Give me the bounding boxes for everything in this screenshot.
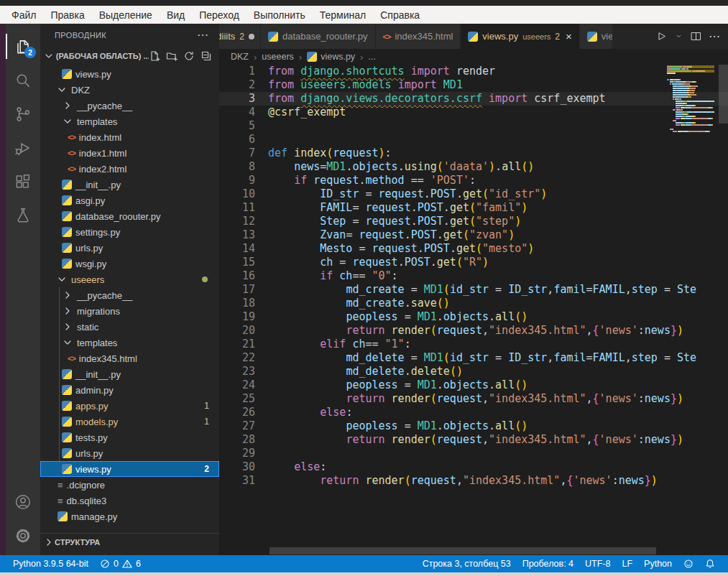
source-control-icon[interactable] xyxy=(6,97,40,131)
tree-item-dcignore[interactable]: ≡.dcignore xyxy=(40,477,219,493)
menu-[interactable]: Терминал xyxy=(313,9,373,21)
run-debug-icon[interactable] xyxy=(6,131,40,164)
tree-item-wsgi-py[interactable]: wsgi.py xyxy=(40,256,219,271)
code-line-11[interactable]: 11 FAMIL= request.POST.get("famil") xyxy=(219,201,728,215)
code-line-21[interactable]: 21 elif ch== "1": xyxy=(219,338,728,351)
code-line-29[interactable]: 29 xyxy=(219,447,728,460)
tree-item-pycache[interactable]: __pycache__ xyxy=(40,287,219,303)
tree-item-index345-html[interactable]: <>index345.html xyxy=(40,350,219,366)
code-line-22[interactable]: 22 md_delete = MD1(id_str = ID_str,famil… xyxy=(219,351,728,365)
code-line-25[interactable]: 25 return render(request,"index345.html"… xyxy=(219,392,728,406)
menu-[interactable]: Правка xyxy=(43,9,91,21)
settings-gear-icon[interactable] xyxy=(6,519,40,552)
tree-item-useeers[interactable]: useeers xyxy=(40,271,219,287)
tree-item-static[interactable]: static xyxy=(40,319,219,335)
menu-[interactable]: Вид xyxy=(160,9,192,21)
code-line-8[interactable]: 8 news=MD1.objects.using('daata').all() xyxy=(219,160,728,174)
run-dropdown-icon[interactable] xyxy=(674,30,683,42)
account-icon[interactable] xyxy=(6,485,40,519)
eol-status[interactable]: LF xyxy=(616,559,638,569)
tree-item-settings-py[interactable]: settings.py xyxy=(40,224,219,240)
breadcrumb-item-useeers[interactable]: useeers xyxy=(262,52,293,62)
feedback-button[interactable] xyxy=(678,559,699,569)
more-actions-icon[interactable]: ⋯ xyxy=(197,32,209,39)
notifications-button[interactable] xyxy=(699,559,721,569)
breadcrumb-item-views-py[interactable]: views.py xyxy=(307,52,355,62)
code-line-16[interactable]: 16 if ch== "0": xyxy=(219,269,728,283)
tree-item-init-py[interactable]: __init__.py xyxy=(40,366,219,382)
code-line-5[interactable]: 5 xyxy=(219,119,728,133)
tab-index345-html[interactable]: <>index345.html xyxy=(376,24,461,49)
tree-item-db-sqlite3[interactable]: ≡db.sqlite3 xyxy=(40,493,219,508)
minimap[interactable] xyxy=(667,66,719,133)
python-interpreter-status[interactable]: Python 3.9.5 64-bit xyxy=(7,559,94,569)
menu-[interactable]: Выполнить xyxy=(246,9,313,21)
code-line-2[interactable]: 2from useeers.models import MD1 xyxy=(219,78,728,92)
close-icon[interactable]: × xyxy=(566,30,572,42)
tree-item-admin-py[interactable]: admin.py xyxy=(40,382,219,398)
tree-item-manage-py[interactable]: manage.py xyxy=(40,508,219,524)
code-line-20[interactable]: 20 return render(request,"index345.html"… xyxy=(219,324,728,338)
more-actions-icon[interactable]: ⋯ xyxy=(709,29,721,43)
code-line-18[interactable]: 18 md_create.save() xyxy=(219,297,728,310)
tree-item-models-py[interactable]: models.py1 xyxy=(40,414,219,429)
menu-[interactable]: Справка xyxy=(373,9,427,21)
code-line-7[interactable]: 7def index(request): xyxy=(219,147,728,160)
tree-item-views-py[interactable]: views.py xyxy=(40,66,219,82)
code-line-1[interactable]: 1from django.shortcuts import render xyxy=(219,65,728,78)
tab-vie[interactable]: vie xyxy=(580,24,613,49)
tree-item-migrations[interactable]: migrations xyxy=(40,303,219,319)
menu-[interactable]: Файл xyxy=(4,9,43,21)
tree-item-tests-py[interactable]: tests.py xyxy=(40,429,219,445)
search-icon[interactable] xyxy=(6,63,40,97)
breadcrumb-item-dkz[interactable]: DKZ xyxy=(231,52,249,62)
outline-section-header[interactable]: СТРУКТУРА xyxy=(40,533,219,551)
code-line-27[interactable]: 27 peopless = MD1.objects.all() xyxy=(219,419,728,433)
tree-item-urls-py[interactable]: urls.py xyxy=(40,240,219,256)
code-line-9[interactable]: 9 if request.method == 'POST': xyxy=(219,174,728,187)
split-editor-button[interactable] xyxy=(690,30,702,42)
menu-[interactable]: Переход xyxy=(192,9,246,21)
tree-item-index2-html[interactable]: <>index2.html xyxy=(40,161,219,177)
tree-item-database-roouter-py[interactable]: database_roouter.py xyxy=(40,208,219,224)
encoding-status[interactable]: UTF-8 xyxy=(579,559,616,569)
tree-item-views-py[interactable]: views.py2 xyxy=(40,461,219,477)
tab-views-py[interactable]: views.pyuseeers2× xyxy=(461,24,579,49)
new-file-icon[interactable] xyxy=(149,50,160,62)
code-line-28[interactable]: 28 return render(request,"index345.html"… xyxy=(219,433,728,447)
code-line-17[interactable]: 17 md_create = MD1(id_str = ID_str,famil… xyxy=(219,283,728,297)
code-line-10[interactable]: 10 ID_str = request.POST.get("id_str") xyxy=(219,187,728,201)
tree-item-templates[interactable]: templates xyxy=(40,113,219,129)
extensions-icon[interactable] xyxy=(6,164,40,198)
breadcrumb[interactable]: DKZ›useeers›views.py›... xyxy=(219,49,728,65)
refresh-explorer-icon[interactable] xyxy=(183,50,195,62)
code-line-19[interactable]: 19 peopless = MD1.objects.all() xyxy=(219,310,728,324)
code-line-12[interactable]: 12 Step = request.POST.get("step") xyxy=(219,215,728,228)
cursor-position-status[interactable]: Строка 3, столбец 53 xyxy=(417,559,517,569)
code-line-26[interactable]: 26 else: xyxy=(219,406,728,419)
tree-item-pycache[interactable]: __pycache__ xyxy=(40,98,219,113)
run-file-button[interactable] xyxy=(655,30,668,42)
code-line-23[interactable]: 23 md_delete.delete() xyxy=(219,365,728,378)
tree-item-dkz[interactable]: DKZ xyxy=(40,82,219,98)
code-line-3[interactable]: 3from django.views.decorators.csrf impor… xyxy=(219,92,728,106)
code-line-6[interactable]: 6 xyxy=(219,133,728,147)
code-line-14[interactable]: 14 Mesto = request.POST.get("mesto") xyxy=(219,242,728,256)
testing-icon[interactable] xyxy=(6,198,40,232)
code-line-15[interactable]: 15 ch = request.POST.get("R") xyxy=(219,256,728,269)
new-folder-icon[interactable] xyxy=(166,50,178,62)
tab-database-roouter-py[interactable]: database_roouter.py xyxy=(261,24,376,49)
tree-item-apps-py[interactable]: apps.py1 xyxy=(40,398,219,414)
code-line-24[interactable]: 24 peopless = MD1.objects.all() xyxy=(219,378,728,392)
tree-item-init-py[interactable]: __init__.py xyxy=(40,177,219,192)
code-line-30[interactable]: 30 else: xyxy=(219,460,728,474)
code-line-31[interactable]: 31 return render(request,"index345.html"… xyxy=(219,474,728,488)
vertical-scrollbar[interactable] xyxy=(719,65,728,124)
workspace-section-header[interactable]: (РАБОЧАЯ ОБЛАСТЬ) ... xyxy=(40,47,219,65)
tree-item-urls-py[interactable]: urls.py xyxy=(40,445,219,461)
horizontal-scrollbar[interactable] xyxy=(269,547,656,554)
tree-item-templates[interactable]: templates xyxy=(40,335,219,350)
tree-item-index-html[interactable]: <>index.html xyxy=(40,129,219,145)
code-line-13[interactable]: 13 Zvan= request.POST.get("zvan") xyxy=(219,228,728,242)
language-mode-status[interactable]: Python xyxy=(638,559,678,569)
